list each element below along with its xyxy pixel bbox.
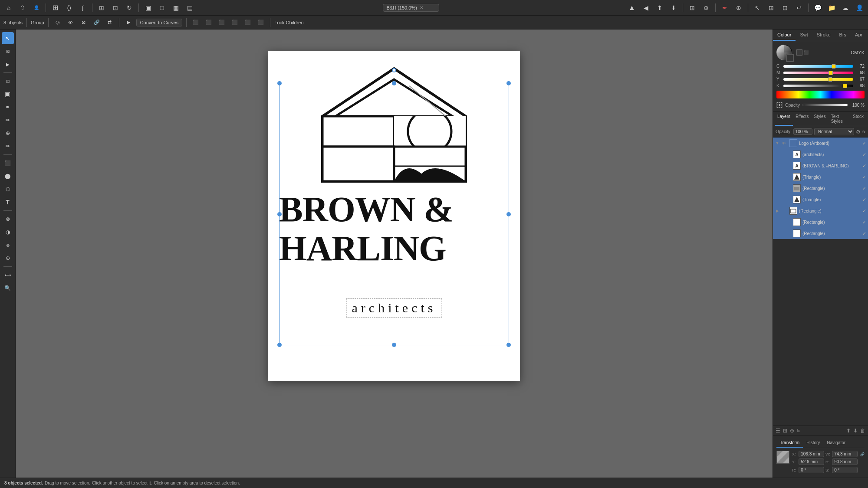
measure-tool[interactable]: ⟷ [2, 269, 14, 281]
layers-tab-effects[interactable]: Effects [793, 112, 811, 126]
layers-import-icon[interactable]: ⬇ [853, 428, 858, 434]
dropper-icon[interactable]: ⊕ [733, 2, 745, 14]
m-slider-thumb[interactable] [829, 71, 833, 75]
opacity-slider[interactable] [802, 104, 848, 106]
transform-lock-icon[interactable]: 🔗 [860, 452, 865, 456]
share-icon[interactable]: ⇧ [16, 2, 29, 14]
layer-check-brown[interactable]: ✓ [862, 163, 866, 169]
layer-check-rect2[interactable]: ✓ [862, 208, 866, 214]
layers-tab-styles[interactable]: Styles [811, 112, 828, 126]
k-slider-track[interactable] [783, 85, 853, 87]
layer-item-architects[interactable]: A (architects) ✓ [773, 149, 868, 160]
close-tab-button[interactable]: ✕ [420, 5, 423, 10]
handle-tr[interactable] [506, 81, 511, 85]
layer-item-triangle1[interactable]: (Triangle) ✓ [773, 171, 868, 183]
tab-transform[interactable]: Transform [776, 439, 803, 448]
expand-icon-artboard[interactable]: ▼ [775, 141, 780, 145]
view-icon[interactable]: ⊞ [686, 2, 698, 14]
k-slider-thumb[interactable] [843, 84, 847, 88]
fill-swatch[interactable] [796, 49, 802, 56]
vector-icon[interactable]: ⟨⟩ [63, 2, 75, 14]
lock-children-label[interactable]: Lock Children [274, 20, 303, 25]
link-icon[interactable]: 🔗 [92, 17, 102, 28]
layers-blend-mode-select[interactable]: Normal Multiply Screen Overlay [814, 128, 854, 135]
w-input[interactable] [832, 451, 858, 457]
colour-wheel[interactable] [776, 45, 792, 60]
back-icon[interactable]: ◀ [640, 2, 652, 14]
calligraphy-tool[interactable]: ✏ [2, 114, 14, 126]
rotate-icon[interactable]: ↻ [123, 2, 135, 14]
pencil-tool[interactable]: ✏ [2, 140, 14, 152]
persona-icon[interactable]: 👤 [30, 2, 43, 14]
blur-tool[interactable]: ⊙ [2, 252, 14, 264]
layer-icon[interactable]: ▦ [170, 2, 182, 14]
layers-fx-icon2[interactable]: fx [797, 429, 800, 433]
curve-icon[interactable]: ∫ [77, 2, 89, 14]
layer-item-rect4[interactable]: (Rectangle) ✓ [773, 228, 868, 239]
app-home-icon[interactable]: ⌂ [3, 2, 15, 14]
align-center-icon[interactable]: ⬛ [204, 17, 214, 28]
handle-bc[interactable] [392, 343, 396, 347]
zoom-icon[interactable]: ⊕ [700, 2, 712, 14]
pen-tool[interactable]: ✒ [2, 101, 14, 113]
expand-icon-rect2[interactable]: ▶ [775, 209, 780, 213]
y-slider-thumb[interactable] [828, 77, 832, 82]
y-slider-track[interactable] [783, 78, 853, 81]
export-icon[interactable]: ⬆ [654, 2, 666, 14]
colour-gradient-strip[interactable] [776, 91, 865, 98]
layer-check-arch[interactable]: ✓ [862, 152, 866, 157]
s-input[interactable] [832, 467, 858, 473]
triangle-icon[interactable]: ▲ [626, 2, 638, 14]
c-slider-track[interactable] [783, 65, 853, 68]
shadow-tool[interactable]: ⊕ [2, 239, 14, 251]
chat-icon[interactable]: 💬 [812, 2, 824, 14]
document-title-box[interactable]: B&H (150.0%) ✕ [383, 4, 439, 12]
handle-tl[interactable] [277, 81, 282, 85]
folder-icon[interactable]: 📁 [825, 2, 838, 14]
layer-check-rect4[interactable]: ✓ [862, 231, 866, 236]
align-middle-icon[interactable]: ⬛ [243, 17, 253, 28]
bounds-icon[interactable]: ⊠ [79, 17, 89, 28]
layer-check-rect3[interactable]: ✓ [862, 219, 866, 225]
responsive-tool[interactable]: ▶ [2, 58, 14, 70]
layers-gear-icon[interactable]: ⚙ [856, 129, 861, 135]
pen-tool-icon[interactable]: ✒ [719, 2, 731, 14]
align-right-icon[interactable]: ⬛ [217, 17, 227, 28]
target-icon[interactable]: ◎ [53, 17, 63, 28]
layer-check-tri2[interactable]: ✓ [862, 197, 866, 203]
layer-item-rect3[interactable]: (Rectangle) ✓ [773, 216, 868, 228]
tab-brs[interactable]: Brs [835, 29, 851, 41]
layer-check-tri1[interactable]: ✓ [862, 174, 866, 180]
layer-item-triangle2[interactable]: (Triangle) ✓ [773, 194, 868, 205]
copy-icon[interactable]: ⊞ [765, 2, 777, 14]
align-top-icon[interactable]: ⬛ [230, 17, 240, 28]
layer-item-rect1[interactable]: (Rectangle) ✓ [773, 183, 868, 194]
export2-icon[interactable]: ⬇ [667, 2, 680, 14]
layers-tab-layers[interactable]: Layers [775, 112, 793, 126]
layer-check-rect1[interactable]: ✓ [862, 186, 866, 191]
account-icon[interactable]: 👤 [853, 2, 865, 14]
tab-colour[interactable]: Colour [773, 29, 796, 41]
tab-stroke[interactable]: Stroke [812, 29, 835, 41]
eye-icon[interactable]: 👁 [66, 17, 76, 28]
node-tool[interactable]: ⊠ [2, 45, 14, 57]
history-icon[interactable]: ↩ [793, 2, 805, 14]
layer-item-brown[interactable]: A (BROWN & ⁎HARLING) ✓ [773, 160, 868, 171]
layers-export-icon[interactable]: ⬆ [846, 428, 851, 434]
layer-item-rect2[interactable]: ▶ (Rectangle) ✓ [773, 205, 868, 216]
layers-trash-icon[interactable]: 🗑 [860, 428, 865, 434]
brush-tool[interactable]: ⊕ [2, 127, 14, 139]
layers-tab-stock[interactable]: Stock [850, 112, 866, 126]
polygon-tool[interactable]: ⬡ [2, 183, 14, 195]
x-input[interactable] [799, 451, 824, 457]
layer-item-artboard[interactable]: ▼ 👁 Logo (Artboard) ✓ [773, 138, 868, 149]
y-input[interactable] [799, 459, 824, 465]
canvas-area[interactable]: BROWN & HARLING architects [16, 29, 773, 478]
tab-swt[interactable]: Swt [796, 29, 812, 41]
layers-add-fx-icon[interactable]: ⊕ [790, 428, 794, 434]
handle-bl[interactable] [277, 343, 282, 347]
play-icon[interactable]: ▶ [123, 17, 134, 28]
zoom-tool[interactable]: 🔍 [2, 282, 14, 294]
artboard[interactable]: BROWN & HARLING architects [268, 51, 520, 381]
snap-icon[interactable]: ⊞ [95, 2, 108, 14]
